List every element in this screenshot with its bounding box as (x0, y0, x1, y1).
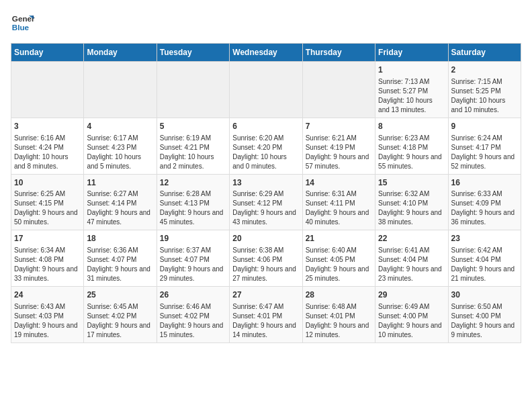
day-number: 27 (232, 289, 299, 301)
day-number: 30 (451, 289, 518, 301)
day-number: 26 (160, 289, 226, 301)
logo-icon: General Blue (11, 11, 35, 35)
day-info: Sunrise: 6:50 AM Sunset: 4:00 PM Dayligh… (451, 302, 518, 340)
day-info: Sunrise: 6:34 AM Sunset: 4:08 PM Dayligh… (14, 246, 81, 283)
day-info: Sunrise: 6:29 AM Sunset: 4:12 PM Dayligh… (232, 189, 299, 227)
day-number: 15 (378, 177, 445, 189)
day-number: 4 (87, 121, 153, 132)
day-number: 24 (14, 289, 81, 301)
day-number: 23 (451, 233, 518, 244)
calendar-cell: 8Sunrise: 6:23 AM Sunset: 4:18 PM Daylig… (375, 118, 448, 174)
day-info: Sunrise: 6:48 AM Sunset: 4:01 PM Dayligh… (306, 302, 372, 340)
calendar-cell: 16Sunrise: 6:33 AM Sunset: 4:09 PM Dayli… (448, 174, 521, 230)
calendar-cell: 15Sunrise: 6:32 AM Sunset: 4:10 PM Dayli… (375, 174, 448, 230)
day-info: Sunrise: 6:45 AM Sunset: 4:02 PM Dayligh… (87, 302, 153, 340)
day-number: 7 (306, 121, 372, 132)
calendar-header-row: SundayMondayTuesdayWednesdayThursdayFrid… (11, 44, 521, 62)
day-number: 1 (378, 64, 445, 76)
calendar-header-tuesday: Tuesday (157, 44, 229, 62)
day-info: Sunrise: 6:47 AM Sunset: 4:01 PM Dayligh… (232, 302, 299, 340)
day-number: 17 (14, 233, 81, 244)
page-header: General Blue (11, 11, 521, 35)
calendar-cell: 27Sunrise: 6:47 AM Sunset: 4:01 PM Dayli… (230, 287, 302, 343)
day-number: 20 (232, 233, 299, 244)
calendar-header-wednesday: Wednesday (230, 44, 302, 62)
calendar-cell: 14Sunrise: 6:31 AM Sunset: 4:11 PM Dayli… (302, 174, 375, 230)
day-info: Sunrise: 6:20 AM Sunset: 4:20 PM Dayligh… (232, 134, 299, 171)
calendar-cell (84, 62, 157, 118)
calendar-header-friday: Friday (375, 44, 448, 62)
day-info: Sunrise: 6:41 AM Sunset: 4:04 PM Dayligh… (378, 246, 445, 283)
calendar-cell: 21Sunrise: 6:40 AM Sunset: 4:05 PM Dayli… (302, 230, 375, 287)
day-info: Sunrise: 6:40 AM Sunset: 4:05 PM Dayligh… (306, 246, 372, 283)
day-number: 13 (232, 177, 299, 189)
day-number: 25 (87, 289, 153, 301)
calendar-cell: 18Sunrise: 6:36 AM Sunset: 4:07 PM Dayli… (84, 230, 157, 287)
calendar-cell: 28Sunrise: 6:48 AM Sunset: 4:01 PM Dayli… (302, 287, 375, 343)
day-info: Sunrise: 6:28 AM Sunset: 4:13 PM Dayligh… (160, 189, 226, 227)
day-number: 14 (306, 177, 372, 189)
calendar-cell (11, 62, 84, 118)
calendar-cell: 30Sunrise: 6:50 AM Sunset: 4:00 PM Dayli… (448, 287, 521, 343)
day-info: Sunrise: 6:43 AM Sunset: 4:03 PM Dayligh… (14, 302, 81, 340)
calendar-cell: 5Sunrise: 6:19 AM Sunset: 4:21 PM Daylig… (157, 118, 229, 174)
day-info: Sunrise: 6:16 AM Sunset: 4:24 PM Dayligh… (14, 134, 81, 171)
calendar-cell: 23Sunrise: 6:42 AM Sunset: 4:04 PM Dayli… (448, 230, 521, 287)
calendar-cell: 24Sunrise: 6:43 AM Sunset: 4:03 PM Dayli… (11, 287, 84, 343)
day-info: Sunrise: 6:23 AM Sunset: 4:18 PM Dayligh… (378, 134, 445, 171)
calendar-week-4: 17Sunrise: 6:34 AM Sunset: 4:08 PM Dayli… (11, 230, 521, 287)
day-info: Sunrise: 6:36 AM Sunset: 4:07 PM Dayligh… (87, 246, 153, 283)
calendar-cell: 10Sunrise: 6:25 AM Sunset: 4:15 PM Dayli… (11, 174, 84, 230)
day-number: 8 (378, 121, 445, 132)
day-number: 11 (87, 177, 153, 189)
day-info: Sunrise: 7:15 AM Sunset: 5:25 PM Dayligh… (451, 77, 518, 115)
calendar-cell: 11Sunrise: 6:27 AM Sunset: 4:14 PM Dayli… (84, 174, 157, 230)
calendar-cell: 26Sunrise: 6:46 AM Sunset: 4:02 PM Dayli… (157, 287, 229, 343)
calendar-week-1: 1Sunrise: 7:13 AM Sunset: 5:27 PM Daylig… (11, 62, 521, 118)
day-info: Sunrise: 6:31 AM Sunset: 4:11 PM Dayligh… (306, 189, 372, 227)
calendar-cell: 29Sunrise: 6:49 AM Sunset: 4:00 PM Dayli… (375, 287, 448, 343)
calendar-cell: 12Sunrise: 6:28 AM Sunset: 4:13 PM Dayli… (157, 174, 229, 230)
day-number: 29 (378, 289, 445, 301)
calendar-header-sunday: Sunday (11, 44, 84, 62)
day-number: 21 (306, 233, 372, 244)
calendar-cell: 22Sunrise: 6:41 AM Sunset: 4:04 PM Dayli… (375, 230, 448, 287)
day-info: Sunrise: 6:32 AM Sunset: 4:10 PM Dayligh… (378, 189, 445, 227)
day-info: Sunrise: 6:33 AM Sunset: 4:09 PM Dayligh… (451, 189, 518, 227)
day-info: Sunrise: 6:25 AM Sunset: 4:15 PM Dayligh… (14, 189, 81, 227)
day-number: 12 (160, 177, 226, 189)
calendar-cell: 9Sunrise: 6:24 AM Sunset: 4:17 PM Daylig… (448, 118, 521, 174)
day-info: Sunrise: 6:27 AM Sunset: 4:14 PM Dayligh… (87, 189, 153, 227)
day-info: Sunrise: 6:49 AM Sunset: 4:00 PM Dayligh… (378, 302, 445, 340)
calendar-cell: 6Sunrise: 6:20 AM Sunset: 4:20 PM Daylig… (230, 118, 302, 174)
day-number: 16 (451, 177, 518, 189)
day-info: Sunrise: 6:37 AM Sunset: 4:07 PM Dayligh… (160, 246, 226, 283)
calendar-cell (302, 62, 375, 118)
day-info: Sunrise: 6:42 AM Sunset: 4:04 PM Dayligh… (451, 246, 518, 283)
calendar-table: SundayMondayTuesdayWednesdayThursdayFrid… (11, 43, 521, 343)
calendar-cell (157, 62, 229, 118)
day-info: Sunrise: 6:19 AM Sunset: 4:21 PM Dayligh… (160, 134, 226, 171)
day-number: 5 (160, 121, 226, 132)
day-info: Sunrise: 6:38 AM Sunset: 4:06 PM Dayligh… (232, 246, 299, 283)
calendar-cell: 25Sunrise: 6:45 AM Sunset: 4:02 PM Dayli… (84, 287, 157, 343)
day-number: 22 (378, 233, 445, 244)
day-number: 28 (306, 289, 372, 301)
logo: General Blue (11, 11, 38, 35)
day-number: 2 (451, 64, 518, 76)
day-info: Sunrise: 7:13 AM Sunset: 5:27 PM Dayligh… (378, 77, 445, 115)
day-number: 3 (14, 121, 81, 132)
calendar-header-monday: Monday (84, 44, 157, 62)
day-info: Sunrise: 6:21 AM Sunset: 4:19 PM Dayligh… (306, 134, 372, 171)
day-number: 6 (232, 121, 299, 132)
day-info: Sunrise: 6:17 AM Sunset: 4:23 PM Dayligh… (87, 134, 153, 171)
calendar-cell: 4Sunrise: 6:17 AM Sunset: 4:23 PM Daylig… (84, 118, 157, 174)
calendar-cell: 7Sunrise: 6:21 AM Sunset: 4:19 PM Daylig… (302, 118, 375, 174)
calendar-cell: 19Sunrise: 6:37 AM Sunset: 4:07 PM Dayli… (157, 230, 229, 287)
calendar-cell: 20Sunrise: 6:38 AM Sunset: 4:06 PM Dayli… (230, 230, 302, 287)
calendar-header-thursday: Thursday (302, 44, 375, 62)
calendar-cell: 17Sunrise: 6:34 AM Sunset: 4:08 PM Dayli… (11, 230, 84, 287)
calendar-week-2: 3Sunrise: 6:16 AM Sunset: 4:24 PM Daylig… (11, 118, 521, 174)
calendar-cell: 1Sunrise: 7:13 AM Sunset: 5:27 PM Daylig… (375, 62, 448, 118)
calendar-week-5: 24Sunrise: 6:43 AM Sunset: 4:03 PM Dayli… (11, 287, 521, 343)
